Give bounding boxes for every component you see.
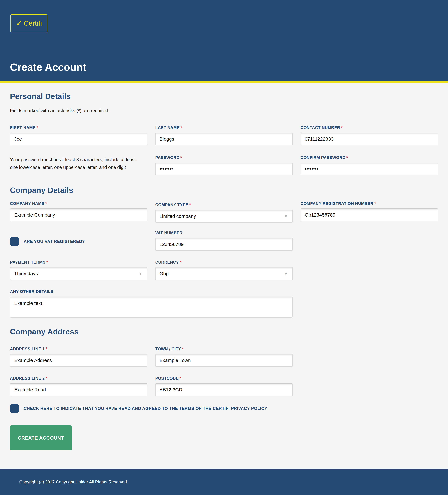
contact-number-field: CONTACT NUMBER* — [301, 125, 438, 145]
other-details-label: ANY OTHER DETAILS — [10, 289, 293, 294]
company-type-value: Limited company — [159, 213, 196, 219]
currency-field: CURRENCY* Gbp ▼ — [155, 260, 293, 280]
company-address-heading: Company Address — [10, 327, 438, 336]
vat-number-field: VAT NUMBER — [155, 230, 293, 251]
privacy-policy-checkbox[interactable] — [10, 404, 19, 413]
address-line2-input[interactable] — [10, 383, 147, 396]
company-row: COMPANY NAME* COMPANY TYPE* Limited comp… — [10, 201, 438, 221]
other-details-field: ANY OTHER DETAILS Example text. — [10, 289, 293, 318]
required-asterisk: * — [37, 125, 38, 130]
password-hint: Your password must be at least 8 charact… — [10, 155, 147, 171]
company-registration-field: COMPANY REGISTRATION NUMBER* — [301, 201, 438, 221]
postcode-label: POSTCODE* — [155, 376, 293, 381]
currency-select[interactable]: Gbp ▼ — [155, 267, 293, 280]
password-hint-line2: one lowercase letter, one uppercase lett… — [10, 164, 147, 171]
town-city-input[interactable] — [155, 354, 293, 367]
required-asterisk: * — [341, 125, 343, 130]
required-asterisk: * — [181, 155, 182, 160]
town-city-field: TOWN / CITY* — [155, 346, 293, 367]
required-asterisk: * — [46, 260, 48, 264]
certifi-logo: ✓ Certifi — [11, 14, 47, 32]
chevron-down-icon: ▼ — [139, 272, 143, 276]
first-name-field: FIRST NAME* — [10, 125, 147, 145]
first-name-label: FIRST NAME* — [10, 125, 147, 130]
company-type-field: COMPANY TYPE* Limited company ▼ — [155, 202, 293, 223]
password-row: Your password must be at least 8 charact… — [10, 155, 438, 175]
last-name-label: LAST NAME* — [155, 125, 293, 130]
vat-row: ARE YOU VAT REGISTERED? VAT NUMBER — [10, 230, 438, 251]
company-registration-label: COMPANY REGISTRATION NUMBER* — [301, 201, 438, 206]
company-type-select[interactable]: Limited company ▼ — [155, 210, 293, 223]
currency-label: CURRENCY* — [155, 260, 293, 265]
last-name-input[interactable] — [155, 133, 293, 145]
payment-row: PAYMENT TERMS* Thirty days ▼ CURRENCY* G… — [10, 260, 438, 280]
address-line1-input[interactable] — [10, 354, 147, 367]
confirm-password-field: CONFIRM PASSWORD* — [301, 155, 438, 175]
required-asterisk: * — [46, 376, 47, 381]
privacy-policy-label: CHECK HERE TO INDICATE THAT YOU HAVE REA… — [24, 406, 267, 411]
chevron-down-icon: ▼ — [284, 272, 288, 276]
payment-terms-field: PAYMENT TERMS* Thirty days ▼ — [10, 260, 147, 280]
address-line1-label: ADDRESS LINE 1* — [10, 346, 147, 351]
logo-text: Certifi — [24, 19, 42, 27]
town-city-label: TOWN / CITY* — [155, 346, 293, 351]
page-header: ✓ Certifi Create Account — [0, 0, 448, 81]
vat-number-input[interactable] — [155, 238, 293, 251]
required-asterisk: * — [180, 376, 181, 381]
other-details-textarea[interactable]: Example text. — [10, 297, 293, 318]
privacy-policy-row: CHECK HERE TO INDICATE THAT YOU HAVE REA… — [10, 404, 438, 413]
payment-terms-select[interactable]: Thirty days ▼ — [10, 267, 147, 280]
form-content: Personal Details Fields marked with an a… — [0, 82, 448, 469]
required-asterisk: * — [374, 201, 376, 206]
payment-terms-label: PAYMENT TERMS* — [10, 260, 147, 265]
address-row-2: ADDRESS LINE 2* POSTCODE* — [10, 376, 438, 396]
required-asterisk: * — [182, 347, 184, 351]
vat-registered-label: ARE YOU VAT REGISTERED? — [24, 239, 85, 244]
required-asterisk: * — [181, 125, 182, 130]
password-input[interactable] — [155, 163, 293, 175]
required-asterisk: * — [46, 347, 47, 351]
postcode-input[interactable] — [155, 383, 293, 396]
postcode-field: POSTCODE* — [155, 376, 293, 396]
vat-registered-row: ARE YOU VAT REGISTERED? — [10, 237, 147, 246]
password-label: PASSWORD* — [155, 155, 293, 160]
required-asterisk: * — [180, 260, 182, 264]
name-row: FIRST NAME* LAST NAME* CONTACT NUMBER* — [10, 125, 438, 145]
required-asterisk: * — [45, 201, 47, 206]
address-row-1: ADDRESS LINE 1* TOWN / CITY* — [10, 346, 438, 367]
payment-terms-value: Thirty days — [14, 271, 38, 276]
company-name-label: COMPANY NAME* — [10, 201, 147, 206]
required-asterisk: * — [189, 203, 191, 207]
password-hint-line1: Your password must be at least 8 charact… — [10, 156, 147, 164]
company-details-heading: Company Details — [10, 186, 438, 195]
password-field: PASSWORD* — [155, 155, 293, 175]
first-name-input[interactable] — [10, 133, 147, 145]
create-account-button[interactable]: CREATE ACCOUNT — [10, 425, 72, 451]
contact-number-label: CONTACT NUMBER* — [301, 125, 438, 130]
chevron-down-icon: ▼ — [284, 214, 288, 218]
last-name-field: LAST NAME* — [155, 125, 293, 145]
company-name-field: COMPANY NAME* — [10, 201, 147, 221]
vat-number-label: VAT NUMBER — [155, 230, 293, 235]
currency-value: Gbp — [159, 271, 169, 276]
page-footer: Copyright (c) 2017 Copyright Holder All … — [0, 469, 448, 495]
required-fields-note: Fields marked with an asterisks (*) are … — [10, 108, 438, 113]
company-registration-input[interactable] — [301, 208, 438, 221]
company-name-input[interactable] — [10, 208, 147, 221]
other-details-row: ANY OTHER DETAILS Example text. — [10, 289, 438, 318]
address-line1-field: ADDRESS LINE 1* — [10, 346, 147, 367]
page-title: Create Account — [10, 61, 86, 73]
address-line2-label: ADDRESS LINE 2* — [10, 376, 147, 381]
yellow-divider — [0, 81, 448, 82]
contact-number-input[interactable] — [301, 133, 438, 145]
copyright-text: Copyright (c) 2017 Copyright Holder All … — [19, 480, 128, 484]
checkmark-icon: ✓ — [16, 20, 22, 27]
confirm-password-input[interactable] — [301, 163, 438, 175]
confirm-password-label: CONFIRM PASSWORD* — [301, 155, 438, 160]
company-type-label: COMPANY TYPE* — [155, 202, 293, 207]
required-asterisk: * — [346, 155, 348, 160]
personal-details-heading: Personal Details — [10, 92, 438, 101]
vat-registered-checkbox[interactable] — [10, 237, 19, 246]
address-line2-field: ADDRESS LINE 2* — [10, 376, 147, 396]
